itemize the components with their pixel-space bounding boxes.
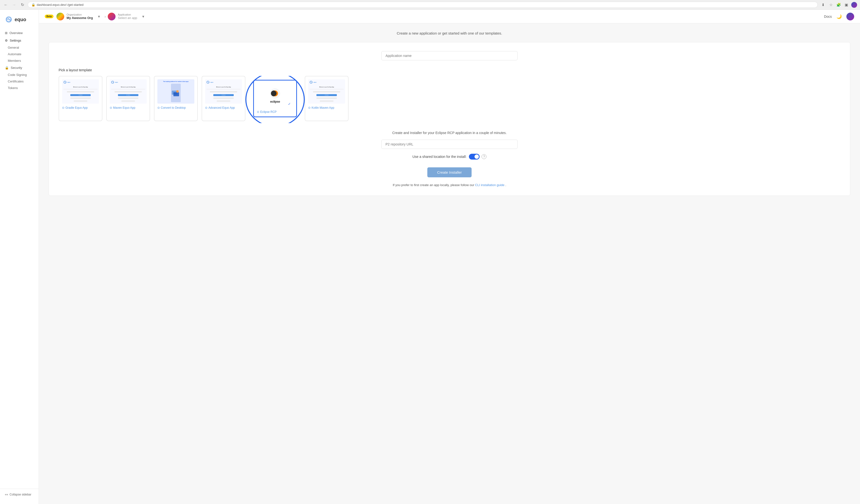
shared-location-row: Use a shared location for the install: ? xyxy=(59,154,840,160)
org-selector[interactable]: Organization My Awesome Org ▼ xyxy=(56,13,103,20)
header-right: Docs 🌙 xyxy=(824,13,854,20)
user-profile-icon[interactable] xyxy=(851,2,857,8)
beta-badge: Beta xyxy=(45,15,54,18)
template-card-convert[interactable]: The leading platform for modern client a… xyxy=(154,76,198,121)
template-card-kotlin[interactable]: equo Welcome to your first Equo App Get … xyxy=(305,76,348,121)
svg-point-10 xyxy=(271,91,276,96)
code-signing-label: Code Signing xyxy=(8,73,27,77)
forward-button[interactable]: → xyxy=(11,2,17,8)
eclipse-selected-checkmark: ✓ xyxy=(287,101,292,106)
template-preview-eclipse: eclipse ✓ xyxy=(257,84,293,108)
browser-chrome: ← → ↻ 🔒 dashboard.equo.dev/-/get-started… xyxy=(0,0,860,10)
app-name-input[interactable] xyxy=(381,51,518,60)
equo-logo-icon xyxy=(5,16,13,23)
shared-location-toggle-wrapper: ? xyxy=(469,154,486,160)
org-avatar xyxy=(56,13,64,20)
main-content: Create a new application or get started … xyxy=(39,23,860,504)
svg-point-1 xyxy=(64,81,66,84)
template-card-maven[interactable]: equo Welcome to your first Equo App Get … xyxy=(106,76,150,121)
template-name-row-eclipse: ⊙ Eclipse RCP xyxy=(257,110,293,114)
template-preview-convert: The leading platform for modern client a… xyxy=(157,79,194,104)
extensions-icon[interactable]: 🧩 xyxy=(836,2,842,8)
url-bar[interactable]: 🔒 dashboard.equo.dev/-/get-started xyxy=(28,2,818,8)
security-label: Security xyxy=(11,66,22,70)
svg-rect-4 xyxy=(173,92,179,96)
org-name: My Awesome Org xyxy=(67,16,93,20)
template-name-row-advanced: ⊙ Advanced Equo App xyxy=(205,106,242,110)
collapse-label: Collapse sidebar xyxy=(10,493,31,496)
cli-installation-guide-link[interactable]: CLI installation guide xyxy=(475,183,504,187)
sidebar-browser-icon[interactable]: ▣ xyxy=(844,2,849,8)
template-card-advanced[interactable]: equo Welcome to your first Equo App Get … xyxy=(202,76,245,121)
sidebar-item-settings[interactable]: ⚙ Settings xyxy=(0,37,39,44)
sidebar-item-overview[interactable]: ⊞ Overview xyxy=(0,29,39,37)
template-card-eclipse[interactable]: eclipse ✓ ⊙ Eclipse RCP xyxy=(253,80,297,117)
template-name-advanced: Advanced Equo App xyxy=(209,106,235,110)
template-icon-eclipse: ⊙ xyxy=(257,110,259,114)
org-dropdown-icon: ▼ xyxy=(97,15,101,18)
shared-location-help-icon[interactable]: ? xyxy=(482,154,486,159)
template-name-gradle: Gradle Equo App xyxy=(66,106,88,110)
sidebar-item-label: Overview xyxy=(10,31,23,35)
svg-point-6 xyxy=(207,81,209,84)
dark-mode-button[interactable]: 🌙 xyxy=(836,13,843,20)
star-icon[interactable]: ☆ xyxy=(828,2,834,8)
content-card: Pick a layout template equo xyxy=(49,42,850,196)
templates-scroll-wrapper[interactable]: equo Welcome to your first Equo App Get … xyxy=(59,76,840,123)
p2-url-wrapper xyxy=(381,140,518,149)
template-card-gradle[interactable]: equo Welcome to your first Equo App Get … xyxy=(59,76,102,121)
org-info: Organization My Awesome Org xyxy=(67,13,93,20)
shared-location-label: Use a shared location for the install: xyxy=(413,155,467,159)
template-preview-maven: equo Welcome to your first Equo App Get … xyxy=(110,79,147,104)
template-preview-advanced: equo Welcome to your first Equo App Get … xyxy=(205,79,242,104)
tokens-label: Tokens xyxy=(8,86,18,90)
app-name-field-wrapper xyxy=(381,51,518,60)
back-button[interactable]: ← xyxy=(3,2,9,8)
template-preview-kotlin: equo Welcome to your first Equo App Get … xyxy=(308,79,345,104)
members-label: Members xyxy=(8,59,21,62)
template-card-eclipse-wrapper: eclipse ✓ ⊙ Eclipse RCP xyxy=(249,76,301,121)
template-icon-gradle: ⊙ xyxy=(62,106,64,110)
reload-button[interactable]: ↻ xyxy=(19,2,25,8)
sidebar-item-code-signing[interactable]: Code Signing xyxy=(0,72,39,78)
sidebar-item-tokens[interactable]: Tokens xyxy=(0,85,39,91)
app-select-placeholder: Select an app xyxy=(118,16,138,20)
template-preview-gradle: equo Welcome to your first Equo App Get … xyxy=(62,79,99,104)
template-section-label: Pick a layout template xyxy=(59,68,840,72)
svg-point-2 xyxy=(111,81,114,84)
sidebar-item-members[interactable]: Members xyxy=(0,57,39,64)
svg-point-11 xyxy=(310,81,312,84)
p2-url-input[interactable] xyxy=(381,140,518,149)
create-installer-button[interactable]: Create Installer xyxy=(427,167,472,177)
template-section: Pick a layout template equo xyxy=(59,68,840,123)
url-text: dashboard.equo.dev/-/get-started xyxy=(37,3,83,6)
sidebar-item-certificates[interactable]: Certificates xyxy=(0,78,39,85)
security-icon: 🔒 xyxy=(5,66,9,70)
app-selector[interactable]: Application Select an app ▼ xyxy=(108,13,147,20)
sidebar-item-automate[interactable]: Automate xyxy=(0,51,39,57)
app-info: Application Select an app xyxy=(118,13,138,20)
sidebar-logo: equo xyxy=(0,14,39,29)
footer-note-suffix: . xyxy=(504,183,506,187)
app-label: Application xyxy=(118,13,138,16)
sidebar-collapse-button[interactable]: «« Collapse sidebar xyxy=(0,489,39,500)
footer-note: If you prefer to first create an app loc… xyxy=(59,183,840,187)
template-name-convert: Convert to Desktop xyxy=(161,106,186,110)
eclipse-logo: eclipse xyxy=(270,88,281,103)
breadcrumb-separator: › xyxy=(104,15,106,18)
app-layout: equo ⊞ Overview ⚙ Settings General Autom… xyxy=(0,10,860,504)
download-icon[interactable]: ⬇ xyxy=(820,2,826,8)
sidebar-item-general[interactable]: General xyxy=(0,44,39,51)
certificates-label: Certificates xyxy=(8,80,24,83)
sidebar-item-security[interactable]: 🔒 Security xyxy=(0,64,39,72)
collapse-arrows-icon: «« xyxy=(5,493,8,496)
docs-link[interactable]: Docs xyxy=(824,15,832,18)
sidebar-navigation: ⊞ Overview ⚙ Settings General Automate M… xyxy=(0,29,39,489)
create-installer-button-wrapper: Create Installer xyxy=(59,167,840,177)
template-name-row-convert: ⊙ Convert to Desktop xyxy=(157,106,194,110)
template-name-eclipse: Eclipse RCP xyxy=(260,110,276,114)
org-label: Organization xyxy=(67,13,93,16)
shared-location-toggle[interactable] xyxy=(469,154,479,160)
user-avatar[interactable] xyxy=(846,13,854,20)
template-icon-kotlin: ⊙ xyxy=(308,106,311,110)
